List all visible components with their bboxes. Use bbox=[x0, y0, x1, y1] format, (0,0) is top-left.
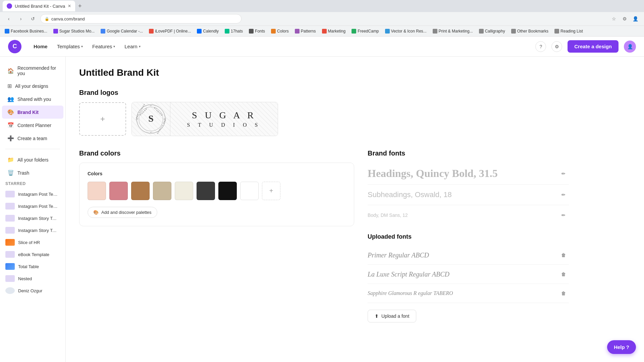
upload-font-label: Upload a font bbox=[381, 313, 409, 319]
create-design-button[interactable]: Create a design bbox=[568, 40, 619, 53]
canva-logo[interactable]: C bbox=[8, 40, 21, 53]
sidebar-item-shared[interactable]: 👥Shared with you bbox=[2, 93, 63, 106]
bookmark-facebook[interactable]: Facebook Busines... bbox=[3, 28, 49, 34]
nav-chevron-features: ▾ bbox=[113, 45, 115, 48]
font-delete-btn-la-luxe[interactable]: 🗑 bbox=[558, 269, 569, 280]
starred-thumb-total-table bbox=[5, 263, 15, 270]
color-swatch-c9[interactable]: + bbox=[262, 182, 280, 200]
color-swatch-c2[interactable] bbox=[109, 182, 128, 200]
nav-chevron-learn: ▾ bbox=[139, 45, 141, 48]
nav-link-learn[interactable]: Learn▾ bbox=[120, 41, 144, 52]
settings-icon-btn[interactable]: ⚙ bbox=[551, 41, 562, 52]
bookmark-marketing[interactable]: Marketing bbox=[320, 28, 348, 34]
bookmark-label-colors: Colors bbox=[277, 29, 289, 34]
starred-label: Starred bbox=[0, 179, 65, 188]
bookmark-17hats[interactable]: 17hats bbox=[223, 28, 245, 34]
color-swatch-c4[interactable] bbox=[153, 182, 171, 200]
tab-close-btn[interactable]: ✕ bbox=[68, 4, 71, 8]
bookmark-vector[interactable]: Vector & Icon Res... bbox=[383, 28, 429, 34]
bookmark-freedcamp[interactable]: FreedCamp bbox=[350, 28, 381, 34]
color-swatch-c5[interactable] bbox=[175, 182, 193, 200]
color-swatch-c7[interactable] bbox=[218, 182, 237, 200]
bookmark-printmarketing[interactable]: Print & Marketing... bbox=[431, 28, 475, 34]
starred-item-insta-story-2[interactable]: Instagram Story Templa... bbox=[0, 224, 65, 236]
add-palettes-button[interactable]: 🎨 Add and discover palettes bbox=[88, 207, 157, 218]
sidebar-item-brand-kit[interactable]: 🎨Brand Kit bbox=[2, 106, 63, 119]
sidebar-label-all-folders: All your folders bbox=[17, 157, 49, 163]
starred-item-ebook-template[interactable]: eBook Template bbox=[0, 248, 65, 260]
uploaded-font-row-la-luxe: La Luxe Script Regular ABCD🗑 bbox=[368, 265, 569, 284]
nav-link-home[interactable]: Home bbox=[30, 41, 52, 52]
bookmark-calendly[interactable]: Calendly bbox=[195, 28, 221, 34]
sidebar-icon-content-planner: 📅 bbox=[7, 122, 14, 128]
active-tab[interactable]: Untitled Brand Kit - Canva ✕ bbox=[3, 1, 75, 11]
starred-item-insta-post-1[interactable]: Instagram Post Templa... bbox=[0, 188, 65, 200]
font-delete-btn-sapphire[interactable]: 🗑 bbox=[558, 288, 569, 299]
upload-font-button[interactable]: ⬆ Upload a font bbox=[368, 310, 416, 322]
font-edit-btn-headings[interactable]: ✏ bbox=[558, 168, 569, 179]
bookmark-reading[interactable]: Reading List bbox=[552, 28, 585, 34]
logo-item-text[interactable]: S U G A R S T U D I O S bbox=[170, 102, 278, 136]
bookmark-ilovepdf[interactable]: iLovePDF | Online... bbox=[147, 28, 193, 34]
bookmark-other[interactable]: Other Bookmarks bbox=[509, 28, 550, 34]
sidebar-icon-trash: 🗑️ bbox=[7, 170, 14, 176]
bookmark-favicon-vector bbox=[385, 29, 390, 34]
color-swatches: + bbox=[88, 182, 346, 200]
starred-item-total-table[interactable]: Total Table bbox=[0, 260, 65, 273]
bookmark-sugar[interactable]: Sugar Studios Mo... bbox=[51, 28, 97, 34]
starred-item-slice-hr[interactable]: Slice of HR bbox=[0, 236, 65, 248]
bookmark-star-btn[interactable]: ☆ bbox=[609, 14, 619, 23]
color-swatch-c8[interactable] bbox=[240, 182, 259, 200]
brand-colors-title: Brand colors bbox=[79, 149, 354, 157]
color-swatch-c6[interactable] bbox=[197, 182, 215, 200]
sidebar-item-recommended[interactable]: 🏠Recommended for you bbox=[2, 62, 63, 79]
nav-link-features[interactable]: Features▾ bbox=[88, 41, 119, 52]
help-label: Help ? bbox=[614, 344, 629, 350]
bookmark-colors[interactable]: Colors bbox=[269, 28, 291, 34]
starred-item-deniz-ozgur[interactable]: Deniz Ozgur bbox=[0, 285, 65, 297]
bookmark-favicon-facebook bbox=[5, 29, 9, 34]
font-text-headings: Headings, Quincy Bold, 31.5 bbox=[368, 167, 498, 179]
starred-item-nested[interactable]: Nested bbox=[0, 273, 65, 285]
color-swatch-c3[interactable] bbox=[131, 182, 150, 200]
help-float-button[interactable]: Help ? bbox=[607, 340, 636, 354]
sidebar-item-all-designs[interactable]: ⊞All your designs bbox=[2, 79, 63, 93]
bookmark-favicon-calendly bbox=[197, 29, 202, 34]
starred-item-insta-story-1[interactable]: Instagram Story Templa... bbox=[0, 212, 65, 224]
back-btn[interactable]: ‹ bbox=[4, 14, 13, 23]
extension-btn[interactable]: ⚙ bbox=[620, 14, 629, 23]
color-swatch-c1[interactable] bbox=[88, 182, 106, 200]
svg-text:STUDIOS: STUDIOS bbox=[153, 107, 163, 117]
bookmark-calligraphy[interactable]: Calligraphy bbox=[477, 28, 507, 34]
starred-item-insta-post-2[interactable]: Instagram Post Templa... bbox=[0, 200, 65, 212]
bookmark-label-facebook: Facebook Busines... bbox=[11, 29, 47, 34]
logo-upload-placeholder[interactable]: + bbox=[79, 102, 126, 136]
brand-logos-section: Brand logos + SUGAR ST bbox=[79, 89, 631, 136]
help-icon-btn[interactable]: ? bbox=[535, 41, 546, 52]
new-tab-btn[interactable]: + bbox=[75, 1, 85, 11]
bookmark-patterns[interactable]: Patterns bbox=[293, 28, 318, 34]
url-bar[interactable]: 🔒 canva.com/brand bbox=[40, 14, 241, 23]
refresh-btn[interactable]: ↺ bbox=[28, 14, 38, 23]
nav-link-templates[interactable]: Templates▾ bbox=[53, 41, 87, 52]
sidebar-label-content-planner: Content Planner bbox=[17, 123, 51, 128]
avatar[interactable]: 👤 bbox=[624, 41, 636, 53]
brand-colors-fonts-row: Brand colors Colors + 🎨 Add and discover… bbox=[79, 149, 631, 322]
logo-item-circle[interactable]: SUGAR STUDIOS S bbox=[132, 102, 170, 136]
svg-point-8 bbox=[164, 119, 165, 119]
bookmark-google[interactable]: Google Calendar -... bbox=[99, 28, 145, 34]
bookmarks-bar: Facebook Busines...Sugar Studios Mo...Go… bbox=[0, 25, 644, 36]
sidebar-item-trash[interactable]: 🗑️Trash bbox=[2, 166, 63, 179]
font-delete-btn-primer[interactable]: 🗑 bbox=[558, 250, 569, 260]
bookmark-fonts[interactable]: Fonts bbox=[247, 28, 267, 34]
font-edit-btn-subheadings[interactable]: ✏ bbox=[558, 189, 569, 200]
sidebar-icon-create-team: ➕ bbox=[7, 135, 14, 141]
sidebar-item-create-team[interactable]: ➕Create a team bbox=[2, 132, 63, 145]
font-edit-btn-body[interactable]: ✏ bbox=[558, 210, 569, 221]
colors-card: Colors + 🎨 Add and discover palettes bbox=[79, 163, 354, 226]
sidebar-item-content-planner[interactable]: 📅Content Planner bbox=[2, 119, 63, 132]
profile-btn[interactable]: 👤 bbox=[631, 14, 640, 23]
starred-name-slice-hr: Slice of HR bbox=[18, 240, 40, 245]
forward-btn[interactable]: › bbox=[16, 14, 25, 23]
sidebar-item-all-folders[interactable]: 📁All your folders bbox=[2, 153, 63, 166]
